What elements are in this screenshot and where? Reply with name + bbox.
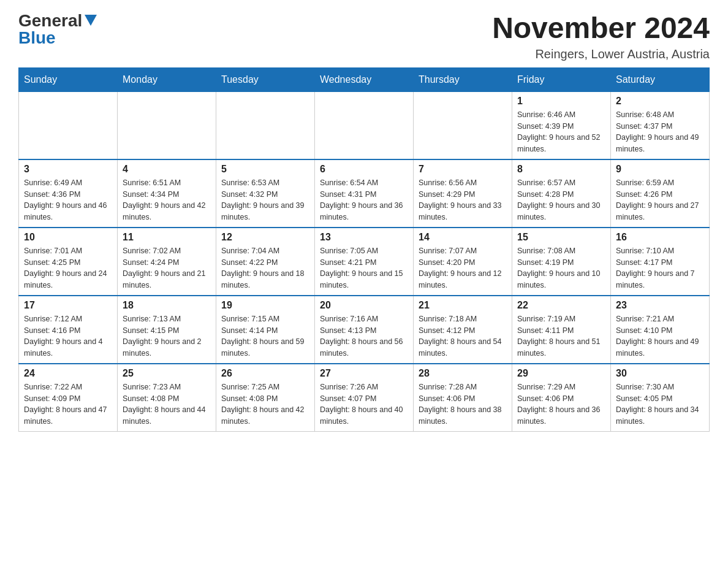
calendar-week-row: 3Sunrise: 6:49 AMSunset: 4:36 PMDaylight…	[19, 159, 710, 228]
calendar-day-cell: 3Sunrise: 6:49 AMSunset: 4:36 PMDaylight…	[19, 159, 118, 228]
calendar-day-cell: 14Sunrise: 7:07 AMSunset: 4:20 PMDayligh…	[414, 228, 512, 296]
day-number: 28	[419, 368, 507, 379]
day-info: Sunrise: 6:53 AMSunset: 4:32 PMDaylight:…	[221, 177, 309, 223]
day-number: 25	[123, 368, 211, 379]
day-info: Sunrise: 7:30 AMSunset: 4:05 PMDaylight:…	[616, 381, 704, 427]
day-info: Sunrise: 7:12 AMSunset: 4:16 PMDaylight:…	[24, 313, 112, 359]
calendar-day-cell: 11Sunrise: 7:02 AMSunset: 4:24 PMDayligh…	[118, 228, 216, 296]
calendar-day-cell: 18Sunrise: 7:13 AMSunset: 4:15 PMDayligh…	[118, 296, 216, 364]
day-info: Sunrise: 7:25 AMSunset: 4:08 PMDaylight:…	[221, 381, 309, 427]
calendar-day-cell: 15Sunrise: 7:08 AMSunset: 4:19 PMDayligh…	[512, 228, 611, 296]
calendar-day-cell: 22Sunrise: 7:19 AMSunset: 4:11 PMDayligh…	[512, 296, 611, 364]
day-info: Sunrise: 6:59 AMSunset: 4:26 PMDaylight:…	[616, 177, 704, 223]
day-info: Sunrise: 7:08 AMSunset: 4:19 PMDaylight:…	[517, 245, 605, 291]
day-info: Sunrise: 7:16 AMSunset: 4:13 PMDaylight:…	[320, 313, 408, 359]
calendar-day-cell: 13Sunrise: 7:05 AMSunset: 4:21 PMDayligh…	[315, 228, 414, 296]
day-number: 20	[320, 300, 408, 311]
day-info: Sunrise: 7:19 AMSunset: 4:11 PMDaylight:…	[517, 313, 605, 359]
calendar-day-cell: 4Sunrise: 6:51 AMSunset: 4:34 PMDaylight…	[118, 159, 216, 228]
day-number: 30	[616, 368, 704, 379]
page-header: General Blue November 2024 Reingers, Low…	[18, 12, 710, 61]
logo-triangle-icon	[85, 15, 97, 26]
calendar-day-cell: 19Sunrise: 7:15 AMSunset: 4:14 PMDayligh…	[216, 296, 315, 364]
calendar-table: SundayMondayTuesdayWednesdayThursdayFrid…	[18, 67, 710, 432]
day-info: Sunrise: 7:21 AMSunset: 4:10 PMDaylight:…	[616, 313, 704, 359]
logo-general-text: General	[18, 12, 82, 29]
location-title: Reingers, Lower Austria, Austria	[492, 47, 710, 61]
day-number: 10	[24, 232, 112, 243]
day-number: 7	[419, 164, 507, 175]
calendar-day-cell	[19, 91, 118, 159]
day-number: 29	[517, 368, 605, 379]
weekday-header-friday: Friday	[512, 67, 611, 91]
calendar-day-cell: 27Sunrise: 7:26 AMSunset: 4:07 PMDayligh…	[315, 364, 414, 432]
day-number: 23	[616, 300, 704, 311]
calendar-day-cell: 17Sunrise: 7:12 AMSunset: 4:16 PMDayligh…	[19, 296, 118, 364]
day-info: Sunrise: 7:01 AMSunset: 4:25 PMDaylight:…	[24, 245, 112, 291]
day-info: Sunrise: 7:02 AMSunset: 4:24 PMDaylight:…	[123, 245, 211, 291]
day-number: 14	[419, 232, 507, 243]
day-info: Sunrise: 7:28 AMSunset: 4:06 PMDaylight:…	[419, 381, 507, 427]
calendar-day-cell: 20Sunrise: 7:16 AMSunset: 4:13 PMDayligh…	[315, 296, 414, 364]
day-info: Sunrise: 6:46 AMSunset: 4:39 PMDaylight:…	[517, 109, 605, 155]
calendar-day-cell	[216, 91, 315, 159]
day-number: 8	[517, 164, 605, 175]
calendar-day-cell: 24Sunrise: 7:22 AMSunset: 4:09 PMDayligh…	[19, 364, 118, 432]
day-number: 16	[616, 232, 704, 243]
day-number: 13	[320, 232, 408, 243]
calendar-day-cell: 7Sunrise: 6:56 AMSunset: 4:29 PMDaylight…	[414, 159, 512, 228]
calendar-day-cell: 2Sunrise: 6:48 AMSunset: 4:37 PMDaylight…	[611, 91, 710, 159]
day-number: 1	[517, 96, 605, 107]
calendar-week-row: 17Sunrise: 7:12 AMSunset: 4:16 PMDayligh…	[19, 296, 710, 364]
calendar-day-cell: 29Sunrise: 7:29 AMSunset: 4:06 PMDayligh…	[512, 364, 611, 432]
calendar-day-cell: 16Sunrise: 7:10 AMSunset: 4:17 PMDayligh…	[611, 228, 710, 296]
day-info: Sunrise: 6:49 AMSunset: 4:36 PMDaylight:…	[24, 177, 112, 223]
calendar-day-cell: 1Sunrise: 6:46 AMSunset: 4:39 PMDaylight…	[512, 91, 611, 159]
day-number: 26	[221, 368, 309, 379]
day-number: 27	[320, 368, 408, 379]
day-info: Sunrise: 7:05 AMSunset: 4:21 PMDaylight:…	[320, 245, 408, 291]
day-number: 22	[517, 300, 605, 311]
weekday-header-sunday: Sunday	[19, 67, 118, 91]
calendar-day-cell: 6Sunrise: 6:54 AMSunset: 4:31 PMDaylight…	[315, 159, 414, 228]
day-info: Sunrise: 6:57 AMSunset: 4:28 PMDaylight:…	[517, 177, 605, 223]
calendar-week-row: 1Sunrise: 6:46 AMSunset: 4:39 PMDaylight…	[19, 91, 710, 159]
day-number: 9	[616, 164, 704, 175]
calendar-day-cell	[414, 91, 512, 159]
title-block: November 2024 Reingers, Lower Austria, A…	[492, 12, 710, 61]
calendar-day-cell: 12Sunrise: 7:04 AMSunset: 4:22 PMDayligh…	[216, 228, 315, 296]
calendar-day-cell	[315, 91, 414, 159]
day-info: Sunrise: 7:04 AMSunset: 4:22 PMDaylight:…	[221, 245, 309, 291]
day-info: Sunrise: 7:07 AMSunset: 4:20 PMDaylight:…	[419, 245, 507, 291]
day-info: Sunrise: 6:51 AMSunset: 4:34 PMDaylight:…	[123, 177, 211, 223]
calendar-day-cell: 9Sunrise: 6:59 AMSunset: 4:26 PMDaylight…	[611, 159, 710, 228]
calendar-day-cell: 28Sunrise: 7:28 AMSunset: 4:06 PMDayligh…	[414, 364, 512, 432]
calendar-week-row: 24Sunrise: 7:22 AMSunset: 4:09 PMDayligh…	[19, 364, 710, 432]
day-info: Sunrise: 6:54 AMSunset: 4:31 PMDaylight:…	[320, 177, 408, 223]
day-info: Sunrise: 7:10 AMSunset: 4:17 PMDaylight:…	[616, 245, 704, 291]
logo-blue-text: Blue	[18, 29, 56, 47]
calendar-day-cell: 8Sunrise: 6:57 AMSunset: 4:28 PMDaylight…	[512, 159, 611, 228]
day-info: Sunrise: 7:23 AMSunset: 4:08 PMDaylight:…	[123, 381, 211, 427]
day-info: Sunrise: 7:15 AMSunset: 4:14 PMDaylight:…	[221, 313, 309, 359]
month-title: November 2024	[492, 12, 710, 45]
calendar-day-cell: 10Sunrise: 7:01 AMSunset: 4:25 PMDayligh…	[19, 228, 118, 296]
calendar-day-cell: 21Sunrise: 7:18 AMSunset: 4:12 PMDayligh…	[414, 296, 512, 364]
day-info: Sunrise: 7:29 AMSunset: 4:06 PMDaylight:…	[517, 381, 605, 427]
day-info: Sunrise: 6:48 AMSunset: 4:37 PMDaylight:…	[616, 109, 704, 155]
day-number: 5	[221, 164, 309, 175]
weekday-header-monday: Monday	[118, 67, 216, 91]
weekday-header-row: SundayMondayTuesdayWednesdayThursdayFrid…	[19, 67, 710, 91]
day-info: Sunrise: 6:56 AMSunset: 4:29 PMDaylight:…	[419, 177, 507, 223]
day-number: 12	[221, 232, 309, 243]
calendar-week-row: 10Sunrise: 7:01 AMSunset: 4:25 PMDayligh…	[19, 228, 710, 296]
day-number: 17	[24, 300, 112, 311]
weekday-header-thursday: Thursday	[414, 67, 512, 91]
calendar-day-cell: 26Sunrise: 7:25 AMSunset: 4:08 PMDayligh…	[216, 364, 315, 432]
day-number: 19	[221, 300, 309, 311]
day-number: 24	[24, 368, 112, 379]
calendar-day-cell: 5Sunrise: 6:53 AMSunset: 4:32 PMDaylight…	[216, 159, 315, 228]
day-info: Sunrise: 7:18 AMSunset: 4:12 PMDaylight:…	[419, 313, 507, 359]
day-number: 15	[517, 232, 605, 243]
day-number: 2	[616, 96, 704, 107]
